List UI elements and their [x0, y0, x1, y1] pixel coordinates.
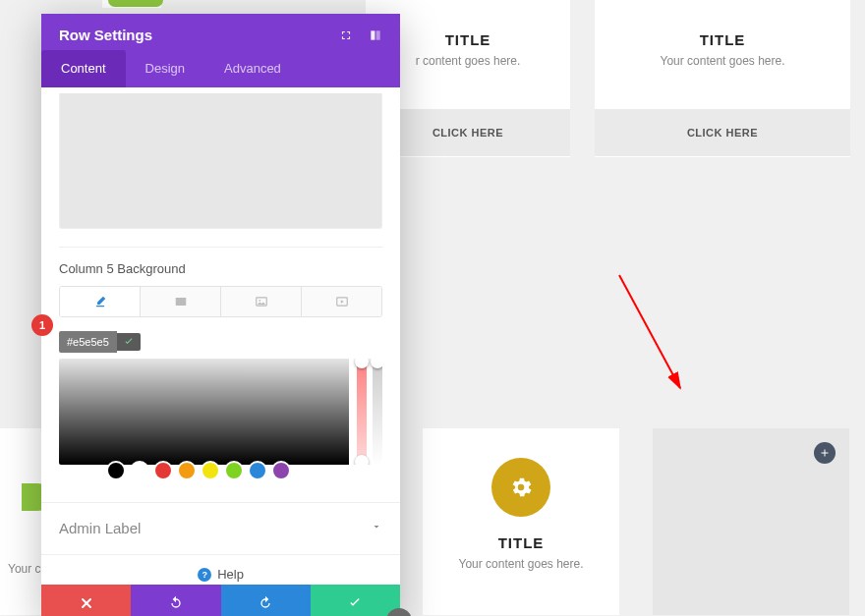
card-title: TITLE [423, 534, 619, 551]
circle-icon [108, 0, 163, 7]
swatch-red[interactable] [153, 461, 173, 480]
card-subtitle: Your content goes here. [595, 54, 850, 68]
annotation-marker-1: 1 [31, 314, 53, 336]
admin-label-text: Admin Label [59, 520, 141, 536]
color-field[interactable] [59, 359, 349, 465]
swatch-blue[interactable] [248, 461, 267, 480]
svg-rect-1 [371, 30, 375, 39]
swatch-yellow[interactable] [201, 461, 220, 480]
click-here-button[interactable]: CLICK HERE [595, 109, 850, 156]
snap-icon[interactable] [369, 28, 382, 42]
hex-input[interactable]: #e5e5e5 [59, 331, 117, 353]
gear-circle-icon [491, 458, 550, 517]
tab-advanced[interactable]: Advanced [204, 50, 301, 87]
help-label: Help [217, 567, 244, 582]
section-label: Column 5 Background [59, 261, 382, 276]
hue-slider[interactable] [357, 359, 367, 465]
modal-title: Row Settings [59, 27, 152, 43]
alpha-thumb[interactable] [371, 359, 382, 368]
swatch-purple[interactable] [271, 461, 291, 480]
svg-rect-3 [175, 298, 186, 306]
annotation-arrow [609, 265, 698, 403]
hex-confirm-button[interactable] [117, 333, 141, 351]
help-icon: ? [198, 568, 211, 582]
swatch-green[interactable] [224, 461, 244, 480]
hue-thumb-2[interactable] [355, 455, 369, 465]
tab-design[interactable]: Design [126, 50, 204, 87]
tab-content[interactable]: Content [41, 50, 126, 87]
add-module-button[interactable] [814, 442, 836, 464]
cancel-button[interactable] [41, 585, 131, 616]
bg-tab-video[interactable] [302, 287, 381, 316]
svg-rect-2 [376, 30, 380, 39]
undo-button[interactable] [131, 585, 220, 616]
card: TITLE Your content goes here. [423, 428, 619, 615]
swatch-orange[interactable] [177, 461, 197, 480]
card-subtitle: Your content goes here. [423, 557, 619, 571]
swatch-white[interactable] [130, 461, 149, 480]
admin-label-toggle[interactable]: Admin Label [59, 503, 382, 554]
svg-line-0 [619, 275, 680, 388]
bg-tab-image[interactable] [221, 287, 302, 316]
card-title: TITLE [595, 31, 850, 48]
redo-button[interactable] [221, 585, 311, 616]
swatch-black[interactable] [106, 461, 126, 480]
svg-point-5 [259, 300, 260, 302]
hue-thumb[interactable] [355, 359, 369, 368]
color-swatches [59, 471, 382, 490]
background-preview [59, 93, 382, 229]
bg-tab-gradient[interactable] [141, 287, 221, 316]
background-type-tabs [59, 286, 382, 317]
save-button[interactable] [311, 585, 400, 616]
row-settings-modal: 1 Row Settings Content Design Advanced C… [41, 14, 400, 616]
empty-card [653, 428, 849, 615]
bg-tab-color[interactable] [60, 287, 141, 316]
alpha-slider[interactable] [373, 359, 382, 465]
chevron-down-icon [371, 519, 382, 536]
expand-icon[interactable] [339, 28, 353, 42]
